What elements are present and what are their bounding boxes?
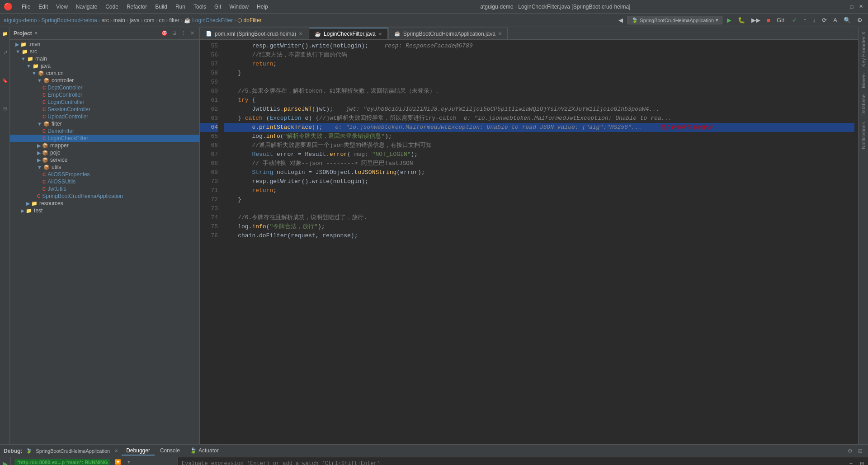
tree-item-logincheckfilter[interactable]: C LoginCheckFilter <box>10 135 199 142</box>
breadcrumb-src[interactable]: src <box>102 17 109 23</box>
breadcrumb-com[interactable]: com <box>144 17 155 23</box>
menu-navigate[interactable]: Navigate <box>72 2 101 11</box>
editor-settings-button[interactable]: ⋮ <box>849 33 854 39</box>
close-button[interactable]: ✕ <box>857 3 864 10</box>
debug-button[interactable]: 🐛 <box>736 16 747 24</box>
menu-build[interactable]: Build <box>151 2 171 11</box>
tree-item-main[interactable]: ▼ 📁 main <box>10 55 199 62</box>
tree-item-comcn[interactable]: ▼ 📦 com.cn <box>10 70 199 77</box>
menu-tools[interactable]: Tools <box>190 2 210 11</box>
debug-tab-actuator[interactable]: 🍃 Actuator <box>185 446 223 456</box>
tree-item-aliossutils[interactable]: C AliOSSUtils <box>10 178 199 185</box>
git-update[interactable]: ↑ <box>802 16 808 24</box>
menu-view[interactable]: View <box>52 2 71 11</box>
right-tab-maven[interactable]: Maven <box>859 70 868 91</box>
breadcrumb-java[interactable]: java <box>130 17 140 23</box>
eval-input[interactable] <box>178 460 846 465</box>
debug-tab-console[interactable]: Console <box>156 446 184 456</box>
menu-help[interactable]: Help <box>253 2 272 11</box>
eval-expand[interactable]: ⊞ <box>856 460 868 465</box>
code-area: 55 56 57 58 59 60 61 62 63 64 65 66 67 6… <box>200 40 858 444</box>
code-editor[interactable]: resp.getWriter().write(notLogin); resp: … <box>220 40 858 444</box>
back-button[interactable]: ◀ <box>617 16 625 24</box>
structure-icon[interactable]: ⊟ <box>0 104 9 113</box>
run-configuration[interactable]: 🍃 SpringBootCrudHeimaApplication ▾ <box>627 16 722 24</box>
tree-item-pojo[interactable]: ▶ 📦 pojo <box>10 149 199 156</box>
tree-item-service[interactable]: ▶ 📦 service <box>10 156 199 164</box>
tree-item-empcontroller[interactable]: C EmpController <box>10 91 199 99</box>
menu-code[interactable]: Code <box>102 2 122 11</box>
tree-item-test[interactable]: ▶ 📁 test <box>10 207 199 214</box>
filter-expand[interactable]: ▾ <box>126 459 132 465</box>
tree-item-java[interactable]: ▼ 📁 java <box>10 62 199 70</box>
menu-refactor[interactable]: Refactor <box>123 2 151 11</box>
tab-pom-icon: 📄 <box>206 31 212 37</box>
breadcrumb-class[interactable]: ☕ LoginCheckFilter <box>184 17 233 23</box>
resume-button[interactable]: ▶ <box>2 459 9 465</box>
collapse-all-button[interactable]: ⊟ <box>171 30 178 37</box>
tree-item-demofilter[interactable]: C DemoFilter <box>10 127 199 135</box>
right-tab-notifications[interactable]: Notifications <box>859 119 868 152</box>
tree-item-controller[interactable]: ▼ 📦 controller <box>10 77 199 84</box>
tree-item-uploadcontroller[interactable]: C UploadController <box>10 113 199 120</box>
filter-button[interactable]: 🔽 <box>113 459 123 465</box>
translate-button[interactable]: A <box>831 16 839 24</box>
coverage-button[interactable]: ▶▶ <box>750 16 762 24</box>
project-scope[interactable]: ▾ <box>35 30 38 36</box>
git-fetch[interactable]: ⟳ <box>820 16 829 24</box>
tree-item-logincontroller[interactable]: C LoginController <box>10 99 199 106</box>
breadcrumb-main[interactable]: main <box>113 17 125 23</box>
tab-logincheckfilter[interactable]: ☕ LoginCheckFilter.java ✕ <box>309 28 388 39</box>
run-button[interactable]: ▶ <box>725 16 733 24</box>
bookmarks-icon[interactable]: 🔖 <box>0 76 9 85</box>
maximize-button[interactable]: □ <box>848 3 855 10</box>
project-icon[interactable]: 📁 <box>0 29 9 38</box>
tab-pom-close[interactable]: ✕ <box>299 31 302 36</box>
show-options-button[interactable]: ⋮ <box>179 30 187 37</box>
minimize-button[interactable]: ─ <box>839 3 846 10</box>
breadcrumb-project[interactable]: atguigu-demo <box>4 17 37 23</box>
tree-item-deptcontroller[interactable]: C DeptController <box>10 84 199 91</box>
close-panel-button[interactable]: ✕ <box>189 30 196 37</box>
tree-item-resources[interactable]: ▶ 📁 resources <box>10 200 199 207</box>
debug-tab-debugger[interactable]: Debugger <box>122 446 155 456</box>
git-push[interactable]: ↓ <box>811 16 818 24</box>
tab-pom[interactable]: 📄 pom.xml (SpringBoot-crud-heima) ✕ <box>200 28 308 39</box>
menu-run[interactable]: Run <box>172 2 189 11</box>
tree-item-mvn[interactable]: ▶ 📁 .mvn <box>10 41 199 48</box>
tree-item-jwtutils[interactable]: C JwtUtils <box>10 185 199 193</box>
tree-item-mapper[interactable]: ▶ 📦 mapper <box>10 142 199 149</box>
menu-git[interactable]: Git <box>211 2 225 11</box>
run-config-dropdown[interactable]: ▾ <box>716 17 718 23</box>
breadcrumb-module[interactable]: SpringBoot-crud-heima <box>41 17 97 23</box>
commit-icon[interactable]: ⎇ <box>0 48 9 57</box>
settings-button[interactable]: ⚙ <box>855 16 864 24</box>
tree-item-utils[interactable]: ▼ 📦 utils <box>10 164 199 171</box>
locate-file-button[interactable]: 🎯 <box>160 30 169 37</box>
tree-item-springbootapp[interactable]: C SpringBootCrudHeimaApplication <box>10 193 199 200</box>
menu-file[interactable]: File <box>18 2 34 11</box>
search-button[interactable]: 🔍 <box>842 16 853 24</box>
tree-item-sessioncontroller[interactable]: C SessionController <box>10 106 199 113</box>
breadcrumb-method[interactable]: ⬡ doFilter <box>237 17 261 23</box>
eval-add-watch[interactable]: + <box>846 460 856 465</box>
git-check[interactable]: ✓ <box>790 16 799 24</box>
breadcrumb-cn[interactable]: cn <box>159 17 165 23</box>
menu-window[interactable]: Window <box>226 2 252 11</box>
debug-settings-button[interactable]: ⚙ <box>846 447 854 455</box>
tree-item-filter[interactable]: ▼ 📦 filter <box>10 120 199 127</box>
tab-logincheckfilter-close[interactable]: ✕ <box>378 32 382 37</box>
tab-springbootapp[interactable]: ☕ SpringBootCrudHeimaApplication.java ✕ <box>388 28 508 39</box>
folder-icon: ▶ 📦 <box>37 150 48 156</box>
right-tab-database[interactable]: Database <box>859 92 868 118</box>
menu-edit[interactable]: Edit <box>35 2 52 11</box>
breadcrumb-filter[interactable]: filter <box>169 17 179 23</box>
tree-item-src[interactable]: ▼ 📁 src <box>10 48 199 55</box>
stop-button[interactable]: ■ <box>765 16 772 24</box>
tree-item-label: controller <box>52 77 74 84</box>
tab-springbootapp-close[interactable]: ✕ <box>498 31 502 36</box>
tree-item-aliossproperties[interactable]: C AliOSSProperties <box>10 171 199 178</box>
debug-session-close[interactable]: ✕ <box>114 448 118 453</box>
debug-layout-button[interactable]: ⊟ <box>856 447 864 455</box>
right-tab-keypromoter[interactable]: Key Promoter X <box>859 29 868 70</box>
